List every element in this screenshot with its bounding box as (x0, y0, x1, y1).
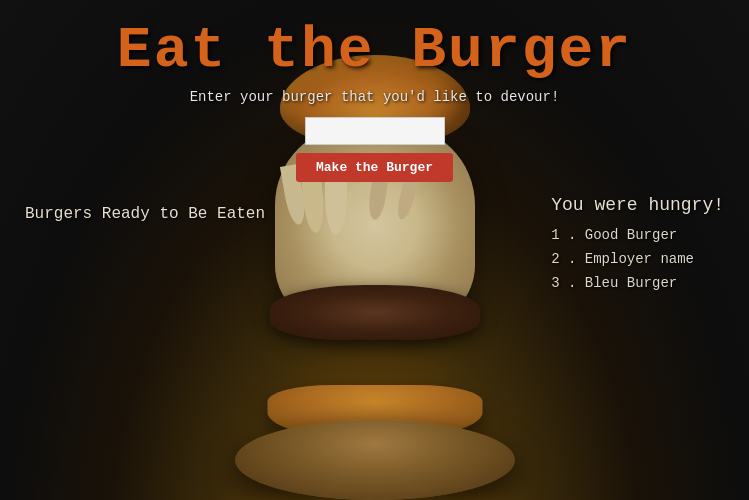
left-panel: Burgers Ready to Be Eaten (25, 205, 265, 223)
make-burger-button[interactable]: Make the Burger (296, 153, 453, 182)
list-item: 1 . Good Burger (551, 227, 724, 243)
burger-input[interactable] (305, 117, 445, 145)
item-2-name: Employer name (585, 251, 694, 267)
right-panel-heading: You were hungry! (551, 195, 724, 215)
right-panel: You were hungry! 1 . Good Burger 2 . Emp… (551, 195, 724, 299)
item-2-number: 2 . (551, 251, 585, 267)
item-3-number: 3 . (551, 275, 585, 291)
item-1-number: 1 . (551, 227, 585, 243)
page-title: Eat the Burger (0, 0, 749, 83)
list-item: 2 . Employer name (551, 251, 724, 267)
item-1-name: Good Burger (585, 227, 677, 243)
left-panel-heading: Burgers Ready to Be Eaten (25, 205, 265, 223)
list-item: 3 . Bleu Burger (551, 275, 724, 291)
page-subtitle: Enter your burger that you'd like to dev… (0, 89, 749, 105)
item-3-name: Bleu Burger (585, 275, 677, 291)
content-overlay: Eat the Burger Enter your burger that yo… (0, 0, 749, 500)
burger-form: Make the Burger (0, 117, 749, 182)
